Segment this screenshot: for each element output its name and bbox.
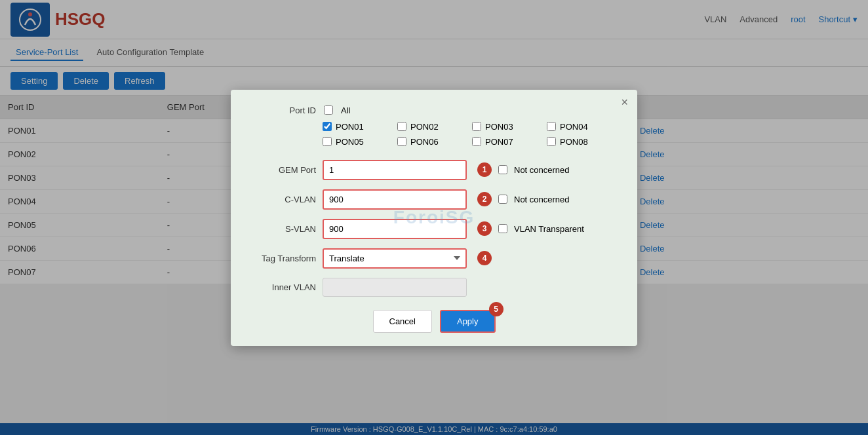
tag-transform-row: Tag Transform Translate Add Remove None …	[250, 248, 618, 269]
vlan-transparent-label: VLAN Transparent	[514, 224, 584, 234]
all-label: All	[341, 105, 350, 115]
port-item-pon01: PON01	[323, 122, 382, 132]
pon07-checkbox[interactable]	[472, 137, 481, 146]
pon01-checkbox[interactable]	[323, 122, 332, 131]
modal: × ForoiSG Port ID All PON01 PON02	[231, 90, 637, 285]
pon04-checkbox[interactable]	[547, 122, 556, 131]
gem-port-badge: 1	[477, 162, 492, 177]
vlan-transparent-checkbox[interactable]	[498, 224, 507, 233]
pon04-label: PON04	[560, 122, 588, 132]
port-item-pon03: PON03	[472, 122, 531, 132]
tag-transform-select[interactable]: Translate Add Remove None	[323, 248, 467, 269]
inner-vlan-input[interactable]	[323, 278, 467, 285]
port-item-pon05: PON05	[323, 137, 382, 147]
port-item-pon08: PON08	[547, 137, 606, 147]
gem-port-label: GEM Port	[250, 165, 316, 175]
gem-port-row: GEM Port 1 Not concerned	[250, 160, 618, 180]
pon06-checkbox[interactable]	[397, 137, 406, 146]
pon08-checkbox[interactable]	[547, 137, 556, 146]
port-row-2: PON05 PON06 PON07 PON08	[323, 137, 618, 147]
cvlan-badge: 2	[477, 192, 492, 206]
not-concerned-2-label: Not concerned	[514, 195, 570, 204]
port-id-section: Port ID All PON01 PON02 PON03	[250, 105, 618, 147]
not-concerned-2-checkbox[interactable]	[498, 195, 507, 204]
pon06-label: PON06	[410, 137, 439, 147]
svlan-label: S-VLAN	[250, 224, 316, 234]
cvlan-row: C-VLAN 2 Not concerned	[250, 189, 618, 210]
port-item-pon07: PON07	[472, 137, 531, 147]
inner-vlan-row: Inner VLAN	[250, 278, 618, 285]
inner-vlan-label: Inner VLAN	[250, 282, 316, 285]
port-item-pon06: PON06	[397, 137, 456, 147]
all-checkbox[interactable]	[324, 105, 333, 115]
pon05-checkbox[interactable]	[323, 137, 332, 146]
pon03-checkbox[interactable]	[472, 122, 481, 131]
port-item-pon04: PON04	[547, 122, 606, 132]
cvlan-input[interactable]	[323, 189, 467, 210]
pon02-checkbox[interactable]	[397, 122, 406, 131]
pon02-label: PON02	[410, 122, 439, 132]
modal-overlay: × ForoiSG Port ID All PON01 PON02	[0, 0, 868, 284]
pon03-label: PON03	[485, 122, 513, 132]
pon01-label: PON01	[336, 122, 364, 132]
svlan-input[interactable]	[323, 219, 467, 239]
port-item-pon02: PON02	[397, 122, 456, 132]
cvlan-label: C-VLAN	[250, 195, 316, 204]
port-row-1: PON01 PON02 PON03 PON04	[323, 122, 618, 132]
pon08-label: PON08	[560, 137, 588, 147]
pon07-label: PON07	[485, 137, 513, 147]
gem-port-input[interactable]	[323, 160, 467, 180]
not-concerned-1-checkbox[interactable]	[498, 165, 507, 174]
not-concerned-1-label: Not concerned	[514, 165, 570, 175]
svlan-badge: 3	[477, 221, 492, 236]
svlan-row: S-VLAN 3 VLAN Transparent	[250, 219, 618, 239]
port-id-label: Port ID	[250, 105, 316, 115]
modal-close-button[interactable]: ×	[621, 96, 628, 108]
tag-transform-badge: 4	[477, 251, 492, 265]
tag-transform-label: Tag Transform	[250, 254, 316, 263]
port-id-row: Port ID All	[250, 105, 618, 115]
pon05-label: PON05	[336, 137, 364, 147]
